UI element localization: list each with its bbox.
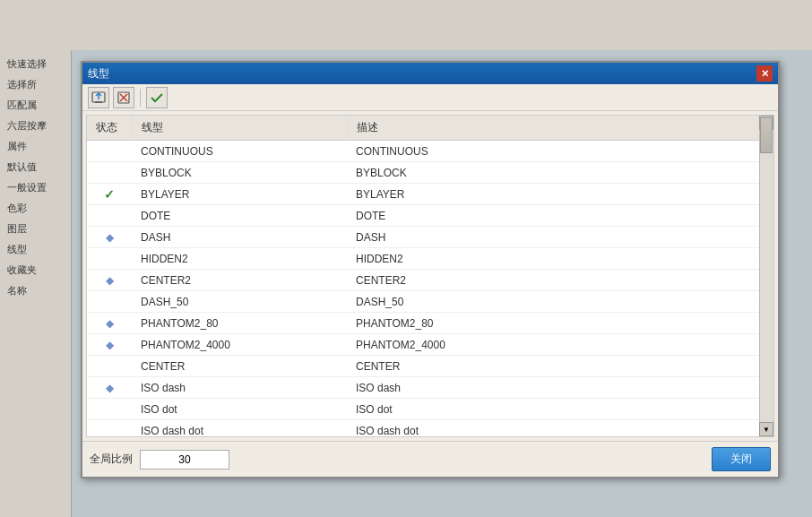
linetype-dialog: 线型 ✕ xyxy=(81,61,780,478)
row-description: HIDDEN2 xyxy=(347,248,773,270)
table-row[interactable]: ISO dotISO dot xyxy=(87,399,773,420)
sidebar-item-general[interactable]: 一般设置 xyxy=(0,177,71,198)
row-linetype: CENTER2 xyxy=(132,270,347,291)
row-status: ✓ xyxy=(87,184,132,205)
layer-diamond-icon: ◆ xyxy=(106,274,114,287)
row-status: ◆ xyxy=(87,313,132,334)
sidebar-item-default[interactable]: 默认值 xyxy=(0,157,71,177)
row-linetype: DASH xyxy=(132,227,347,248)
row-linetype: ISO dot xyxy=(132,399,347,420)
table-row[interactable]: DASH_50DASH_50 xyxy=(87,291,773,313)
row-status xyxy=(87,356,132,377)
sidebar-item-color[interactable]: 色彩 xyxy=(0,198,71,219)
row-linetype: CONTINUOUS xyxy=(132,141,347,162)
row-linetype: PHANTOM2_80 xyxy=(132,313,347,334)
row-description: DOTE xyxy=(347,205,773,227)
row-status xyxy=(87,248,132,270)
sidebar-item-select-all[interactable]: 选择所 xyxy=(0,74,71,95)
sidebar-item-match[interactable]: 匹配属 xyxy=(0,95,71,116)
layer-diamond-icon: ◆ xyxy=(106,339,114,351)
confirm-button[interactable] xyxy=(146,87,168,108)
sidebar-item-layer[interactable]: 图层 xyxy=(0,219,71,239)
table-row[interactable]: ◆PHANTOM2_80PHANTOM2_80 xyxy=(87,313,773,334)
table-row[interactable]: ◆CENTER2CENTER2 xyxy=(87,270,773,291)
sidebar-item-name[interactable]: 名称 xyxy=(0,280,71,301)
table-row[interactable]: CONTINUOUSCONTINUOUS xyxy=(87,141,773,162)
sidebar-item-quick-select[interactable]: 快速选择 xyxy=(0,54,71,74)
table-row[interactable]: ISO dash dotISO dash dot xyxy=(87,420,773,438)
row-description: PHANTOM2_4000 xyxy=(347,334,773,356)
table-row[interactable]: ◆ISO dashISO dash xyxy=(87,377,773,399)
dialog-toolbar xyxy=(82,84,778,111)
row-description: BYBLOCK xyxy=(347,162,773,184)
row-description: CONTINUOUS xyxy=(347,141,773,162)
dialog-title: 线型 xyxy=(88,66,109,82)
table-scrollbar-track[interactable]: ▲ ▼ xyxy=(759,116,773,436)
row-description: DASH_50 xyxy=(347,291,773,313)
linetype-table-container[interactable]: 状态 线型 描述 CONTINUOUSCONTINUOUSBYBLOCKBYBL… xyxy=(86,115,774,437)
sidebar-item-linetype[interactable]: 线型 xyxy=(0,239,71,260)
delete-icon xyxy=(116,90,132,106)
row-description: CENTER xyxy=(347,356,773,377)
row-description: ISO dash xyxy=(347,377,773,399)
dialog-titlebar: 线型 ✕ xyxy=(82,63,778,84)
col-header-linetype: 线型 xyxy=(132,116,347,141)
load-linetype-button[interactable] xyxy=(88,87,109,108)
layer-diamond-icon: ◆ xyxy=(106,382,114,394)
row-status: ◆ xyxy=(87,227,132,248)
sidebar-item-attr[interactable]: 属件 xyxy=(0,136,71,157)
row-status xyxy=(87,399,132,420)
row-linetype: ISO dash dot xyxy=(132,420,347,438)
sidebar: 快速选择 选择所 匹配属 六层按摩 属件 默认值 一般设置 色彩 图层 线型 收… xyxy=(0,50,72,517)
checkmark-icon: ✓ xyxy=(104,187,115,202)
row-status: ◆ xyxy=(87,270,132,291)
row-linetype: BYBLOCK xyxy=(132,162,347,184)
layer-diamond-icon: ◆ xyxy=(106,231,114,244)
load-icon xyxy=(91,90,107,106)
row-linetype: ISO dash xyxy=(132,377,347,399)
table-row[interactable]: CENTERCENTER xyxy=(87,356,773,377)
row-status: ◆ xyxy=(87,334,132,356)
row-status xyxy=(87,291,132,313)
scale-input[interactable] xyxy=(140,450,229,470)
close-dialog-button[interactable]: 关闭 xyxy=(712,447,771,471)
table-row[interactable]: ◆DASHDASH xyxy=(87,227,773,248)
row-linetype: BYLAYER xyxy=(132,184,347,205)
row-status: ◆ xyxy=(87,377,132,399)
table-row[interactable]: HIDDEN2HIDDEN2 xyxy=(87,248,773,270)
row-description: BYLAYER xyxy=(347,184,773,205)
row-linetype: CENTER xyxy=(132,356,347,377)
row-linetype: PHANTOM2_4000 xyxy=(132,334,347,356)
scroll-down-button[interactable]: ▼ xyxy=(759,422,773,436)
scroll-thumb[interactable] xyxy=(760,117,773,153)
sidebar-item-6layer[interactable]: 六层按摩 xyxy=(0,116,71,136)
table-row[interactable]: DOTEDOTE xyxy=(87,205,773,227)
col-header-status: 状态 xyxy=(87,116,132,141)
scale-label: 全局比例 xyxy=(90,452,133,467)
delete-linetype-button[interactable] xyxy=(113,87,134,108)
row-description: CENTER2 xyxy=(347,270,773,291)
dialog-footer: 全局比例 关闭 xyxy=(82,441,778,477)
confirm-icon xyxy=(149,90,165,106)
row-linetype: HIDDEN2 xyxy=(132,248,347,270)
col-header-description: 描述 xyxy=(347,116,773,141)
table-row[interactable]: BYBLOCKBYBLOCK xyxy=(87,162,773,184)
sidebar-item-favorites[interactable]: 收藏夹 xyxy=(0,260,71,280)
row-description: ISO dot xyxy=(347,399,773,420)
row-linetype: DOTE xyxy=(132,205,347,227)
row-linetype: DASH_50 xyxy=(132,291,347,313)
table-row[interactable]: ✓BYLAYERBYLAYER xyxy=(87,184,773,205)
row-status xyxy=(87,420,132,438)
row-status xyxy=(87,205,132,227)
row-status xyxy=(87,162,132,184)
row-description: DASH xyxy=(347,227,773,248)
table-row[interactable]: ◆PHANTOM2_4000PHANTOM2_4000 xyxy=(87,334,773,356)
toolbar-separator xyxy=(140,89,141,107)
row-description: ISO dash dot xyxy=(347,420,773,438)
row-status xyxy=(87,141,132,162)
layer-diamond-icon: ◆ xyxy=(106,317,114,330)
dialog-close-button[interactable]: ✕ xyxy=(756,65,773,82)
row-description: PHANTOM2_80 xyxy=(347,313,773,334)
linetype-table: 状态 线型 描述 CONTINUOUSCONTINUOUSBYBLOCKBYBL… xyxy=(87,116,773,437)
